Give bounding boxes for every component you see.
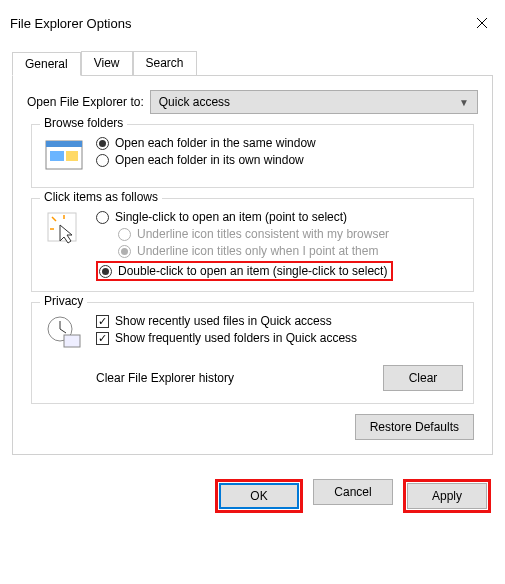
- radio-double-click[interactable]: Double-click to open an item (single-cli…: [99, 264, 387, 278]
- radio-icon: [96, 154, 109, 167]
- open-to-select[interactable]: Quick access ▼: [150, 90, 478, 114]
- own-window-label: Open each folder in its own window: [115, 153, 304, 167]
- svg-rect-2: [50, 151, 64, 161]
- highlight-double-click: Double-click to open an item (single-cli…: [96, 261, 393, 281]
- underline-point-label: Underline icon titles only when I point …: [137, 244, 378, 258]
- chevron-down-icon: ▼: [459, 97, 469, 108]
- radio-icon: [96, 137, 109, 150]
- clear-button[interactable]: Clear: [383, 365, 463, 391]
- svg-rect-6: [64, 335, 80, 347]
- checkbox-icon: [96, 332, 109, 345]
- ok-button[interactable]: OK: [219, 483, 299, 509]
- radio-icon: [118, 245, 131, 258]
- open-to-value: Quick access: [159, 95, 230, 109]
- chk-recent-files[interactable]: Show recently used files in Quick access: [96, 314, 463, 328]
- cancel-button[interactable]: Cancel: [313, 479, 393, 505]
- radio-icon: [99, 265, 112, 278]
- close-button[interactable]: [459, 8, 505, 38]
- freq-folders-label: Show frequently used folders in Quick ac…: [115, 331, 357, 345]
- privacy-legend: Privacy: [40, 294, 87, 308]
- radio-underline-browser: Underline icon titles consistent with my…: [118, 227, 463, 241]
- radio-own-window[interactable]: Open each folder in its own window: [96, 153, 463, 167]
- radio-icon: [96, 211, 109, 224]
- radio-underline-point: Underline icon titles only when I point …: [118, 244, 463, 258]
- highlight-ok: OK: [215, 479, 303, 513]
- browse-legend: Browse folders: [40, 116, 127, 130]
- chk-freq-folders[interactable]: Show frequently used folders in Quick ac…: [96, 331, 463, 345]
- radio-same-window[interactable]: Open each folder in the same window: [96, 136, 463, 150]
- tab-view[interactable]: View: [81, 51, 133, 75]
- window-title: File Explorer Options: [10, 16, 131, 31]
- highlight-apply: Apply: [403, 479, 491, 513]
- clear-history-label: Clear File Explorer history: [96, 371, 234, 385]
- single-click-label: Single-click to open an item (point to s…: [115, 210, 347, 224]
- folder-window-icon: [42, 133, 86, 177]
- underline-browser-label: Underline icon titles consistent with my…: [137, 227, 389, 241]
- cursor-click-icon: [42, 207, 86, 251]
- apply-button[interactable]: Apply: [407, 483, 487, 509]
- tab-general[interactable]: General: [12, 52, 81, 76]
- double-click-label: Double-click to open an item (single-cli…: [118, 264, 387, 278]
- svg-rect-3: [66, 151, 78, 161]
- recent-files-label: Show recently used files in Quick access: [115, 314, 332, 328]
- restore-defaults-button[interactable]: Restore Defaults: [355, 414, 474, 440]
- svg-rect-1: [46, 141, 82, 147]
- same-window-label: Open each folder in the same window: [115, 136, 316, 150]
- close-icon: [476, 17, 488, 29]
- radio-single-click[interactable]: Single-click to open an item (point to s…: [96, 210, 463, 224]
- checkbox-icon: [96, 315, 109, 328]
- click-legend: Click items as follows: [40, 190, 162, 204]
- clock-history-icon: [42, 311, 86, 355]
- tab-search[interactable]: Search: [133, 51, 197, 75]
- open-to-label: Open File Explorer to:: [27, 95, 144, 109]
- radio-icon: [118, 228, 131, 241]
